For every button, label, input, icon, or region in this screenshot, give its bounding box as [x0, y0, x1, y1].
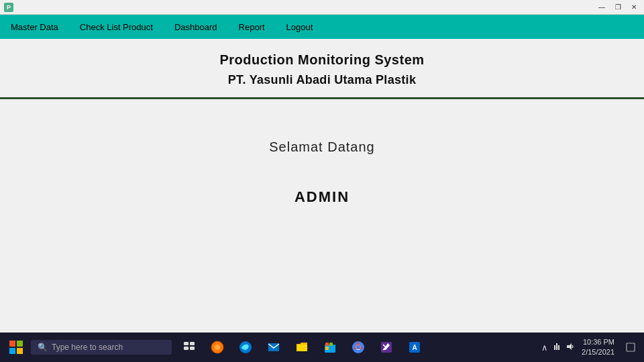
menu-item-report[interactable]: Report [235, 19, 269, 35]
svg-rect-25 [554, 345, 555, 350]
svg-text:A: A [412, 344, 417, 351]
mail-icon [267, 341, 280, 354]
menu-item-check-list-product[interactable]: Check List Product [76, 19, 157, 35]
menu-item-master-data[interactable]: Master Data [7, 19, 62, 35]
user-name: ADMIN [294, 188, 350, 206]
svg-rect-26 [558, 345, 559, 350]
taskbar: 🔍 Type here to search [0, 333, 644, 362]
taskbar-tray: ∧ 10:36 PM 2/15/2021 [541, 337, 640, 358]
chrome-icon [352, 341, 365, 354]
close-button[interactable]: ✕ [628, 3, 640, 12]
chrome-button[interactable] [346, 335, 370, 359]
mail-button[interactable] [262, 335, 286, 359]
minimize-button[interactable]: — [596, 3, 608, 12]
app-title: Production Monitoring System [0, 52, 644, 68]
folder-icon [295, 341, 309, 354]
svg-rect-28 [627, 343, 635, 351]
svg-rect-2 [9, 348, 15, 354]
show-hidden-icons-button[interactable]: ∧ [541, 343, 548, 353]
svg-rect-4 [184, 342, 189, 345]
taskbar-center-icons: A [177, 335, 427, 359]
app-header: Production Monitoring System PT. Yasunli… [0, 39, 644, 99]
svg-rect-16 [325, 347, 329, 350]
svg-rect-14 [325, 343, 329, 346]
clock-date: 2/15/2021 [582, 347, 614, 357]
svg-rect-24 [556, 343, 557, 350]
notification-center-button[interactable] [621, 338, 640, 357]
volume-status-icon [566, 342, 575, 351]
menu-bar: Master Data Check List Product Dashboard… [0, 15, 644, 39]
vs-icon [380, 341, 393, 354]
title-bar: P — ❐ ✕ [0, 0, 644, 15]
task-view-button[interactable] [177, 335, 201, 359]
svg-rect-6 [184, 347, 189, 350]
svg-rect-0 [9, 341, 15, 347]
svg-rect-1 [17, 341, 23, 347]
taskbar-search-box[interactable]: 🔍 Type here to search [31, 340, 172, 355]
windows-logo-icon [9, 341, 23, 354]
menu-item-dashboard[interactable]: Dashboard [170, 19, 221, 35]
vs-button[interactable] [374, 335, 398, 359]
svg-rect-12 [297, 345, 307, 351]
task-view-icon [184, 342, 195, 353]
search-icon: 🔍 [38, 343, 48, 352]
edge-button[interactable] [233, 335, 258, 359]
system-clock[interactable]: 10:36 PM 2/15/2021 [579, 337, 617, 358]
svg-point-20 [356, 345, 360, 349]
volume-icon[interactable] [566, 342, 575, 353]
browser-button[interactable] [205, 335, 229, 359]
svg-rect-7 [190, 347, 195, 350]
app-button[interactable]: A [402, 335, 427, 359]
svg-point-9 [215, 345, 220, 350]
app-icon-taskbar: A [408, 341, 421, 354]
main-content: Selamat Datang ADMIN [0, 99, 644, 333]
svg-rect-5 [190, 342, 195, 345]
svg-rect-17 [329, 347, 333, 350]
store-icon [323, 341, 337, 354]
company-name: PT. Yasunli Abadi Utama Plastik [0, 73, 644, 87]
search-placeholder-text: Type here to search [52, 343, 123, 352]
network-icon[interactable] [552, 342, 561, 353]
welcome-text: Selamat Datang [269, 139, 374, 155]
svg-rect-3 [17, 348, 23, 354]
window-controls: — ❐ ✕ [596, 3, 640, 12]
start-button[interactable] [4, 335, 28, 359]
restore-button[interactable]: ❐ [612, 3, 624, 12]
browser-icon [211, 341, 224, 354]
clock-time: 10:36 PM [583, 337, 614, 347]
folder-button[interactable] [290, 335, 314, 359]
svg-marker-27 [567, 343, 572, 350]
notification-icon [626, 343, 635, 352]
network-status-icon [552, 342, 561, 351]
app-icon: P [4, 3, 13, 12]
menu-item-logout[interactable]: Logout [282, 19, 317, 35]
svg-rect-11 [268, 343, 279, 351]
store-button[interactable] [318, 335, 342, 359]
edge-icon [239, 341, 252, 354]
svg-rect-15 [329, 343, 333, 346]
